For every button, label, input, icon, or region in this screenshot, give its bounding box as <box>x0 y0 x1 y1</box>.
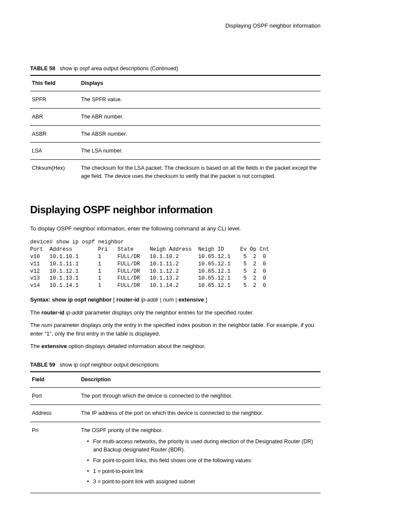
text-bold: extensive <box>41 343 67 349</box>
desc-cell: The OSPF priority of the neighbor. For m… <box>79 422 321 493</box>
page-header: Displaying OSPF neighbor information <box>30 22 321 30</box>
table-row: SPFR The SPFR value. <box>30 91 321 109</box>
syntax-num: num <box>163 296 174 303</box>
desc-cell: The ABSR number. <box>79 125 321 143</box>
syntax-text: ] <box>204 296 207 303</box>
table59-caption-label: TABLE 59 <box>30 362 55 368</box>
table-row: ASBR The ABSR number. <box>30 125 321 143</box>
num-paragraph: The num parameter displays only the entr… <box>30 321 321 338</box>
pri-intro: The OSPF priority of the neighbor. <box>81 426 319 435</box>
field-cell: ABR <box>30 108 79 125</box>
syntax-text: | <box>159 296 163 303</box>
table58-caption: TABLE 58 show ip ospf area output descri… <box>30 65 321 73</box>
text-em: num <box>41 322 52 328</box>
desc-cell: The checksum for the LSA packet. The che… <box>79 160 321 185</box>
field-cell: LSA <box>30 143 79 160</box>
table58-caption-label: TABLE 58 <box>30 65 55 72</box>
table58-head-field: This field <box>30 75 79 91</box>
field-cell: Port <box>30 388 79 405</box>
desc-cell: The port through which the device is con… <box>79 388 321 405</box>
desc-cell: The ABR number. <box>79 108 321 125</box>
desc-cell: The SPFR value. <box>79 91 321 109</box>
table59: Field Description Port The port through … <box>30 371 321 493</box>
table-row: Address The IP address of the port on wh… <box>30 404 321 422</box>
syntax-extensive: extensive <box>178 296 204 303</box>
syntax-line: Syntax: show ip ospf neighbor [ router-i… <box>30 296 321 304</box>
section-heading: Displaying OSPF neighbor information <box>30 202 321 218</box>
field-cell: Chksum(Hex) <box>30 160 79 185</box>
field-cell: Pri <box>30 422 79 493</box>
list-item: 3 = point-to-point link with assigned su… <box>87 478 319 486</box>
syntax-ipaddr: ip-addr <box>140 296 159 303</box>
intro-paragraph: To display OSPF neighbor information, en… <box>30 224 321 233</box>
syntax-cmd: show ip ospf neighbor <box>52 296 112 303</box>
table-row: Pri The OSPF priority of the neighbor. F… <box>30 422 321 493</box>
text: parameter displays only the neighbor ent… <box>84 309 254 316</box>
table59-head-field: Field <box>30 372 79 387</box>
text: The <box>30 343 41 349</box>
router-id-paragraph: The router-id ip-addr parameter displays… <box>30 308 321 317</box>
text: The <box>30 322 41 328</box>
field-cell: SPFR <box>30 91 79 109</box>
text: parameter displays only the entry in the… <box>30 322 314 337</box>
desc-cell: The IP address of the port on which this… <box>79 404 321 422</box>
text: The <box>30 309 41 316</box>
syntax-text: | <box>174 296 179 303</box>
list-item: For multi-access networks, the priority … <box>87 438 319 454</box>
table59-head-desc: Description <box>79 372 321 387</box>
syntax-label: Syntax: <box>30 296 52 303</box>
text: option displays detailed information abo… <box>67 343 206 349</box>
list-item: 1 = point-to-point link <box>87 467 319 476</box>
field-cell: Address <box>30 404 79 422</box>
cli-output: device# show ip ospf neighbor Port Addre… <box>30 239 321 289</box>
table58-head-displays: Displays <box>79 75 321 91</box>
table-row: ABR The ABR number. <box>30 108 321 125</box>
desc-cell: The LSA number. <box>79 143 321 160</box>
syntax-router-id: router-id <box>116 296 139 303</box>
table-row: Port The port through which the device i… <box>30 388 321 405</box>
table-row: LSA The LSA number. <box>30 143 321 160</box>
list-item: For point-to-point links, this field sho… <box>87 457 319 465</box>
text-bold: router-id <box>41 309 64 316</box>
table59-caption: TABLE 59 show ip ospf neighbor output de… <box>30 361 321 369</box>
text-em: ip-addr <box>64 309 83 316</box>
pri-list: For multi-access networks, the priority … <box>81 438 319 486</box>
field-cell: ASBR <box>30 125 79 143</box>
table58-caption-text: show ip ospf area output descriptions (C… <box>60 65 178 72</box>
table58: This field Displays SPFR The SPFR value.… <box>30 75 321 184</box>
table-row: Chksum(Hex) The checksum for the LSA pac… <box>30 160 321 185</box>
table59-caption-text: show ip ospf neighbor output description… <box>60 362 159 368</box>
syntax-text: [ <box>112 296 116 303</box>
extensive-paragraph: The extensive option displays detailed i… <box>30 342 321 351</box>
